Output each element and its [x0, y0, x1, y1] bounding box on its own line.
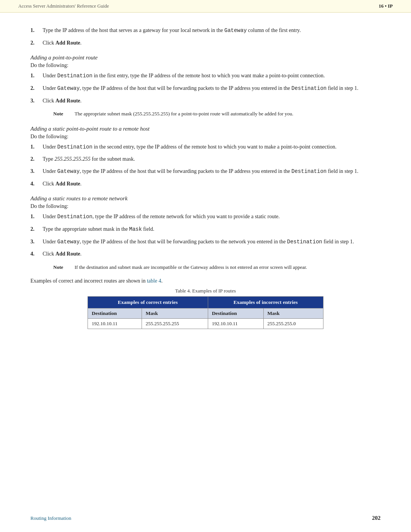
footer-page-number: 202: [372, 515, 381, 521]
page-footer: Routing Information 202: [0, 515, 411, 521]
intro-step-1: 1. Type the IP address of the host that …: [30, 26, 381, 35]
section1-step-1: 1. Under Destination in the first entry,…: [30, 72, 381, 80]
table-body: 192.10.10.11 255.255.255.255 192.10.10.1…: [88, 319, 323, 329]
table-header-incorrect: Examples of incorrect entries: [208, 297, 323, 308]
page-content: 1. Type the IP address of the host that …: [0, 13, 411, 352]
table-caption: Table 4. Examples of IP routes: [30, 288, 381, 294]
intro-step-2: 2. Click Add Route.: [30, 39, 381, 47]
subheader-dest1: Destination: [88, 308, 142, 319]
section3-do-following: Do the following:: [30, 203, 381, 209]
section1-heading: Adding a point-to-point route: [30, 54, 381, 61]
section3-heading: Adding a static routes to a remote netwo…: [30, 195, 381, 202]
examples-note: Examples of correct and incorrect routes…: [30, 278, 381, 284]
table-header-correct: Examples of correct entries: [88, 297, 208, 308]
section3-step-1: 1. Under Destination, type the IP addres…: [30, 212, 381, 221]
section3-step-4: 4. Click Add Route.: [30, 250, 381, 258]
section3-step-2: 2. Type the appropriate subnet mask in t…: [30, 225, 381, 234]
section1-step-3: 3. Click Add Route.: [30, 97, 381, 105]
section2-steps: 1. Under Destination in the second entry…: [30, 143, 381, 188]
section1-step-2: 2. Under Gateway, type the IP address of…: [30, 84, 381, 93]
section1-do-following: Do the following:: [30, 62, 381, 69]
cell-dest2: 192.10.10.11: [208, 319, 263, 329]
section3-step-3: 3. Under Gateway, type the IP address of…: [30, 238, 381, 246]
table-row: 192.10.10.11 255.255.255.255 192.10.10.1…: [88, 319, 323, 329]
section1-note: Note The appropriate subnet mask (255.25…: [53, 110, 381, 118]
section2-step-4: 4. Click Add Route.: [30, 180, 381, 188]
guide-title: Access Server Administrators' Reference …: [18, 3, 109, 9]
section3-steps: 1. Under Destination, type the IP addres…: [30, 212, 381, 258]
section2-heading: Adding a static point-to-point route to …: [30, 126, 381, 132]
table4-link[interactable]: table 4: [147, 278, 161, 284]
chapter-ref: 16 • IP: [379, 3, 393, 9]
ip-routes-table: Examples of correct entries Examples of …: [88, 296, 323, 329]
cell-mask2: 255.255.255.0: [263, 319, 323, 329]
section2-do-following: Do the following:: [30, 134, 381, 140]
section-static-routes-network: Adding a static routes to a remote netwo…: [30, 195, 381, 271]
cell-mask1: 255.255.255.255: [142, 319, 208, 329]
subheader-mask1: Mask: [142, 308, 208, 319]
section3-note: Note If the destination and subnet mask …: [53, 264, 381, 271]
footer-routing-info: Routing Information: [30, 515, 71, 521]
section2-step-2: 2. Type 255.255.255.255 for the subnet m…: [30, 155, 381, 163]
section-static-point-to-point: Adding a static point-to-point route to …: [30, 126, 381, 188]
section2-step-3: 3. Under Gateway, type the IP address of…: [30, 167, 381, 176]
section1-steps: 1. Under Destination in the first entry,…: [30, 72, 381, 105]
subheader-mask2: Mask: [263, 308, 323, 319]
intro-steps: 1. Type the IP address of the host that …: [30, 26, 381, 47]
page-header: Access Server Administrators' Reference …: [0, 0, 411, 13]
cell-dest1: 192.10.10.11: [88, 319, 142, 329]
subheader-dest2: Destination: [208, 308, 263, 319]
section-point-to-point: Adding a point-to-point route Do the fol…: [30, 54, 381, 118]
section2-step-1: 1. Under Destination in the second entry…: [30, 143, 381, 152]
